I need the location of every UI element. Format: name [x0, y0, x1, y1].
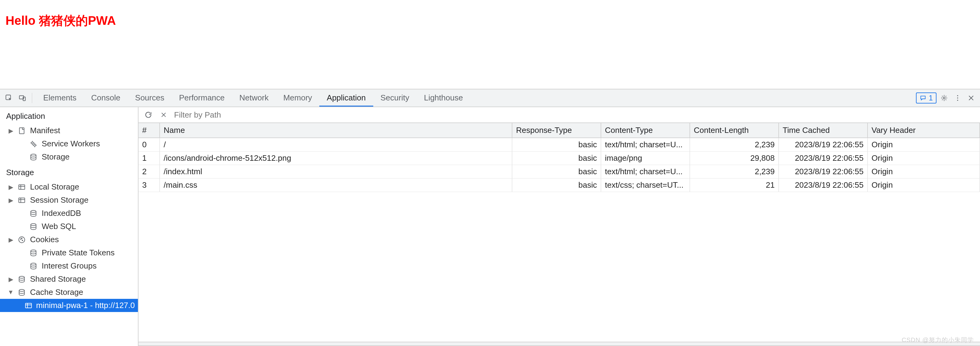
application-sidebar: Application▶ManifestService WorkersStora… — [0, 107, 138, 346]
column-header[interactable]: Time Cached — [779, 123, 868, 138]
chevron-right-icon: ▶ — [8, 183, 13, 191]
close-devtools-icon[interactable] — [965, 92, 977, 104]
table-cell[interactable]: / — [160, 138, 512, 152]
tab-lighthouse[interactable]: Lighthouse — [417, 89, 470, 106]
db-icon — [29, 152, 38, 162]
chevron-right-icon: ▶ — [8, 197, 13, 204]
devtools-tabbar: ElementsConsoleSourcesPerformanceNetwork… — [0, 89, 980, 107]
more-icon[interactable] — [952, 92, 964, 104]
sidebar-item-storage[interactable]: Storage — [0, 150, 138, 163]
sidebar-item-label: Service Workers — [42, 139, 100, 149]
table-cell[interactable]: /main.css — [160, 178, 512, 192]
tab-console[interactable]: Console — [84, 89, 127, 106]
db-icon — [17, 275, 26, 284]
db-icon — [17, 288, 26, 297]
table-cell[interactable]: text/css; charset=UT... — [601, 178, 690, 192]
table-cell[interactable]: 2023/8/19 22:06:55 — [779, 165, 868, 178]
tab-network[interactable]: Network — [232, 89, 276, 106]
sidebar-item-web-sql[interactable]: Web SQL — [0, 220, 138, 233]
table-cell[interactable]: Origin — [868, 152, 980, 165]
sidebar-item-session-storage[interactable]: ▶Session Storage — [0, 194, 138, 207]
refresh-icon[interactable] — [143, 110, 153, 120]
column-header[interactable]: Content-Type — [601, 123, 690, 138]
delete-icon[interactable] — [159, 110, 169, 120]
table-cell[interactable]: text/html; charset=U... — [601, 165, 690, 178]
column-header[interactable]: # — [138, 123, 160, 138]
chevron-right-icon: ▶ — [8, 236, 13, 243]
sidebar-item-indexeddb[interactable]: IndexedDB — [0, 207, 138, 220]
sidebar-item-service-workers[interactable]: Service Workers — [0, 137, 138, 150]
divider — [32, 93, 32, 103]
table-cell[interactable]: basic — [512, 152, 601, 165]
chevron-right-icon: ▶ — [8, 276, 13, 283]
page-title: Hello 猪猪侠的PWA — [5, 12, 975, 29]
table-cell[interactable]: 2023/8/19 22:06:55 — [779, 178, 868, 192]
sidebar-item-local-storage[interactable]: ▶Local Storage — [0, 180, 138, 194]
file-icon — [17, 126, 26, 135]
table-cell[interactable]: 2 — [138, 165, 160, 178]
table-cell[interactable]: Origin — [868, 165, 980, 178]
sidebar-item-label: Cache Storage — [30, 287, 83, 297]
sidebar-item-label: Local Storage — [30, 182, 79, 192]
sidebar-section-title: Application — [0, 107, 138, 124]
table-cell[interactable]: 29,808 — [690, 152, 779, 165]
table-cell[interactable]: 2,239 — [690, 165, 779, 178]
sidebar-item-interest-groups[interactable]: Interest Groups — [0, 259, 138, 273]
tab-elements[interactable]: Elements — [36, 89, 84, 106]
table-cell[interactable]: 1 — [138, 152, 160, 165]
device-toggle-icon[interactable] — [16, 92, 28, 104]
table-cell[interactable]: 0 — [138, 138, 160, 152]
table-cell[interactable]: 2023/8/19 22:06:55 — [779, 138, 868, 152]
column-header[interactable]: Name — [160, 123, 512, 138]
sidebar-item-shared-storage[interactable]: ▶Shared Storage — [0, 273, 138, 286]
cookie-icon — [17, 235, 26, 244]
sidebar-item-cache-storage[interactable]: ▼Cache Storage — [0, 286, 138, 299]
table-cell[interactable]: 21 — [690, 178, 779, 192]
table-cell[interactable]: Origin — [868, 138, 980, 152]
table-icon — [17, 183, 26, 192]
table-cell[interactable]: 3 — [138, 178, 160, 192]
sidebar-section-title: Storage — [0, 163, 138, 180]
filter-input[interactable] — [174, 110, 975, 120]
cache-toolbar — [138, 107, 980, 123]
table-cell[interactable]: image/png — [601, 152, 690, 165]
horizontal-splitter[interactable] — [138, 342, 980, 346]
chevron-right-icon: ▶ — [8, 127, 13, 135]
column-header[interactable]: Content-Length — [690, 123, 779, 138]
settings-icon[interactable] — [938, 92, 950, 104]
table-cell[interactable]: 2023/8/19 22:06:55 — [779, 152, 868, 165]
sidebar-item-label: Private State Tokens — [42, 248, 115, 257]
db-icon — [29, 262, 38, 271]
tab-memory[interactable]: Memory — [276, 89, 319, 106]
table-icon — [17, 196, 26, 205]
sidebar-item-label: Cookies — [30, 235, 59, 244]
table-cell[interactable]: 2,239 — [690, 138, 779, 152]
gears-icon — [29, 139, 38, 149]
db-icon — [29, 248, 38, 257]
sidebar-item-private-state-tokens[interactable]: Private State Tokens — [0, 246, 138, 259]
column-header[interactable]: Vary Header — [868, 123, 980, 138]
sidebar-item-cookies[interactable]: ▶Cookies — [0, 233, 138, 246]
table-cell[interactable]: Origin — [868, 178, 980, 192]
sidebar-item-label: Manifest — [30, 126, 60, 135]
tab-sources[interactable]: Sources — [128, 89, 172, 106]
sidebar-item-minimal-pwa-1-http-127-0[interactable]: minimal-pwa-1 - http://127.0 — [0, 299, 138, 312]
table-cell[interactable]: basic — [512, 178, 601, 192]
table-cell[interactable]: basic — [512, 138, 601, 152]
column-header[interactable]: Response-Type — [512, 123, 601, 138]
table-cell[interactable]: text/html; charset=U... — [601, 138, 690, 152]
page-content: Hello 猪猪侠的PWA — [0, 0, 980, 89]
cache-entries-table: #NameResponse-TypeContent-TypeContent-Le… — [138, 123, 980, 192]
tab-application[interactable]: Application — [319, 89, 373, 106]
watermark: CSDN @努力的小朱同学 — [902, 336, 974, 344]
sidebar-item-manifest[interactable]: ▶Manifest — [0, 124, 138, 137]
table-cell[interactable]: /icons/android-chrome-512x512.png — [160, 152, 512, 165]
issues-badge[interactable]: 1 — [916, 92, 937, 103]
tab-security[interactable]: Security — [373, 89, 417, 106]
table-cell[interactable]: /index.html — [160, 165, 512, 178]
inspect-icon[interactable] — [3, 92, 15, 104]
table-cell[interactable]: basic — [512, 165, 601, 178]
db-icon — [29, 209, 38, 218]
tab-performance[interactable]: Performance — [172, 89, 232, 106]
sidebar-item-label: Web SQL — [42, 222, 76, 231]
